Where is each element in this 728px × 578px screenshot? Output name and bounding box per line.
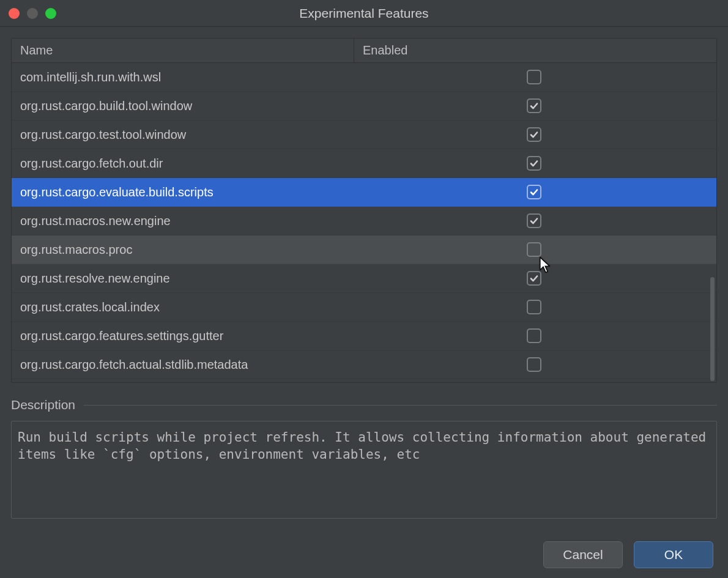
feature-name: org.rust.cargo.fetch.out.dir (20, 157, 522, 171)
feature-name: org.rust.cargo.build.tool.window (20, 99, 522, 113)
feature-name: org.rust.cargo.features.settings.gutter (20, 329, 522, 343)
divider (84, 405, 717, 406)
description-section: Description Run build scripts while proj… (11, 398, 717, 519)
table-row[interactable]: org.rust.resolve.new.engine (12, 264, 716, 293)
scrollbar-thumb[interactable] (710, 277, 715, 381)
feature-name: org.rust.cargo.evaluate.build.scripts (20, 185, 522, 199)
window-title: Experimental Features (0, 6, 728, 21)
description-label: Description (11, 398, 75, 412)
feature-enabled-cell (522, 70, 546, 84)
enabled-checkbox[interactable] (527, 70, 541, 84)
feature-name: org.rust.macros.proc (20, 243, 522, 257)
enabled-checkbox[interactable] (527, 328, 541, 343)
description-text: Run build scripts while project refresh.… (11, 421, 717, 519)
enabled-checkbox[interactable] (527, 98, 541, 113)
enabled-checkbox[interactable] (527, 156, 541, 171)
table-row[interactable]: org.rust.cargo.fetch.out.dir (12, 149, 716, 178)
feature-enabled-cell (522, 213, 546, 228)
cancel-button[interactable]: Cancel (543, 541, 623, 568)
column-header-enabled[interactable]: Enabled (354, 39, 716, 62)
feature-enabled-cell (522, 127, 546, 142)
feature-enabled-cell (522, 156, 546, 171)
feature-name: org.rust.cargo.test.tool.window (20, 128, 522, 142)
table-row[interactable]: org.rust.macros.new.engine (12, 207, 716, 235)
feature-enabled-cell (522, 328, 546, 343)
table-row[interactable]: com.intellij.sh.run.with.wsl (12, 63, 716, 92)
ok-button[interactable]: OK (634, 541, 713, 568)
feature-enabled-cell (522, 300, 546, 314)
table-row[interactable]: org.rust.macros.proc (12, 235, 716, 264)
table-row[interactable]: org.rust.cargo.build.tool.window (12, 92, 716, 120)
feature-enabled-cell (522, 357, 546, 372)
feature-name: org.rust.cargo.fetch.actual.stdlib.metad… (20, 358, 522, 372)
feature-enabled-cell (522, 271, 546, 286)
feature-enabled-cell (522, 242, 546, 257)
feature-name: org.rust.resolve.new.engine (20, 272, 522, 286)
enabled-checkbox[interactable] (527, 242, 541, 257)
table-row[interactable]: org.rust.cargo.fetch.actual.stdlib.metad… (12, 350, 716, 379)
feature-enabled-cell (522, 185, 546, 199)
features-table: Name Enabled com.intellij.sh.run.with.ws… (11, 38, 717, 383)
table-row[interactable]: org.rust.cargo.features.settings.gutter (12, 322, 716, 350)
table-row[interactable]: org.rust.crates.local.index (12, 293, 716, 322)
column-header-name[interactable]: Name (12, 39, 354, 62)
titlebar: Experimental Features (0, 0, 728, 27)
table-body: com.intellij.sh.run.with.wslorg.rust.car… (12, 63, 716, 382)
enabled-checkbox[interactable] (527, 185, 541, 199)
enabled-checkbox[interactable] (527, 127, 541, 142)
table-header: Name Enabled (12, 39, 716, 63)
table-row[interactable]: org.rust.cargo.evaluate.build.scripts (12, 178, 716, 207)
dialog-buttons: Cancel OK (543, 541, 713, 568)
feature-name: org.rust.macros.new.engine (20, 214, 522, 228)
feature-name: com.intellij.sh.run.with.wsl (20, 70, 522, 84)
feature-enabled-cell (522, 98, 546, 113)
enabled-checkbox[interactable] (527, 213, 541, 228)
enabled-checkbox[interactable] (527, 357, 541, 372)
enabled-checkbox[interactable] (527, 300, 541, 314)
description-header: Description (11, 398, 717, 412)
enabled-checkbox[interactable] (527, 271, 541, 286)
feature-name: org.rust.crates.local.index (20, 300, 522, 314)
table-row[interactable]: org.rust.cargo.test.tool.window (12, 120, 716, 149)
